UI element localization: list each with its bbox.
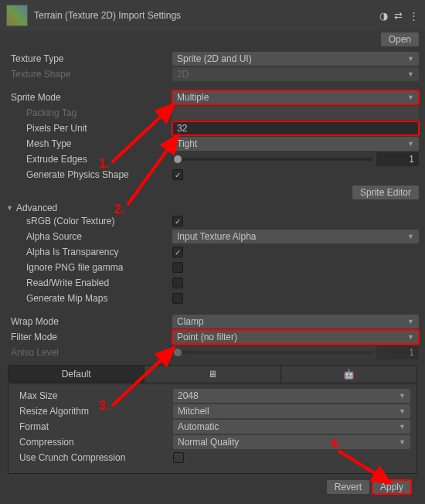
sprite-mode-dropdown[interactable]: Multiple▼ [172,90,419,104]
format-label: Format [15,421,173,432]
preset-icon[interactable]: ⇄ [394,10,403,22]
tab-android[interactable]: 🤖 [281,366,416,383]
alpha-transparency-label: Alpha Is Transparency [6,247,172,257]
resize-algorithm-dropdown[interactable]: Mitchell▼ [173,404,410,418]
aniso-level-value: 1 [376,346,419,359]
header: Terrain (Texture 2D) Import Settings ◑ ⇄… [0,0,425,31]
alpha-source-label: Alpha Source [6,231,172,242]
use-crunch-label: Use Crunch Compression [15,452,173,463]
monitor-icon: 🖥 [208,369,217,380]
wrap-mode-label: Wrap Mode [6,316,172,327]
max-size-label: Max Size [15,390,173,401]
pixels-per-unit-label: Pixels Per Unit [6,123,172,134]
android-icon: 🤖 [343,369,355,380]
texture-type-label: Texture Type [6,53,172,64]
generate-mipmaps-checkbox[interactable] [172,293,183,304]
revert-button[interactable]: Revert [327,480,369,494]
srgb-checkbox[interactable]: ✓ [172,216,183,226]
generate-mipmaps-label: Generate Mip Maps [6,293,172,304]
use-crunch-checkbox[interactable] [173,452,184,463]
extrude-edges-value[interactable]: 1 [376,152,419,166]
mesh-type-label: Mesh Type [6,138,172,149]
platform-tabs: Default 🖥 🤖 [8,365,417,383]
filter-mode-dropdown[interactable]: Point (no filter)▼ [172,330,419,344]
format-dropdown[interactable]: Automatic▼ [173,420,410,434]
header-title: Terrain (Texture 2D) Import Settings [34,10,379,21]
aniso-level-label: Aniso Level [6,347,172,358]
menu-icon[interactable]: ⋮ [409,10,419,22]
mesh-type-dropdown[interactable]: Tight▼ [172,137,419,151]
aniso-level-slider [172,351,373,354]
sprite-editor-button[interactable]: Sprite Editor [352,186,419,199]
wrap-mode-dropdown[interactable]: Clamp▼ [172,315,419,329]
tab-standalone[interactable]: 🖥 [144,366,280,383]
packing-tag-input[interactable] [172,106,419,120]
ignore-png-gamma-label: Ignore PNG file gamma [6,262,172,273]
compression-dropdown[interactable]: Normal Quality▼ [173,435,410,449]
texture-shape-dropdown: 2D▼ [172,67,419,81]
texture-type-dropdown[interactable]: Sprite (2D and UI)▼ [172,52,419,66]
tab-default[interactable]: Default [8,366,144,383]
generate-physics-shape-label: Generate Physics Shape [6,169,172,180]
alpha-transparency-checkbox[interactable]: ✓ [172,247,183,257]
alpha-source-dropdown[interactable]: Input Texture Alpha▼ [172,230,419,243]
filter-mode-label: Filter Mode [6,332,172,342]
max-size-dropdown[interactable]: 2048▼ [173,389,410,403]
srgb-label: sRGB (Color Texture) [6,216,172,226]
texture-shape-label: Texture Shape [6,69,172,80]
read-write-label: Read/Write Enabled [6,278,172,288]
compression-label: Compression [15,437,173,448]
extrude-edges-slider[interactable] [172,158,373,161]
apply-button[interactable]: Apply [372,480,411,494]
packing-tag-label: Packing Tag [6,107,172,118]
generate-physics-shape-checkbox[interactable]: ✓ [172,169,183,180]
asset-thumbnail-icon [6,5,28,26]
extrude-edges-label: Extrude Edges [6,154,172,165]
sprite-mode-label: Sprite Mode [6,92,172,103]
pixels-per-unit-input[interactable] [172,121,419,135]
chevron-down-icon: ▼ [6,204,13,212]
help-icon[interactable]: ◑ [379,10,388,22]
read-write-checkbox[interactable] [172,278,183,288]
open-button[interactable]: Open [381,32,419,46]
resize-algorithm-label: Resize Algorithm [15,406,173,417]
advanced-foldout[interactable]: ▼ Advanced [6,203,419,213]
ignore-png-gamma-checkbox[interactable] [172,262,183,273]
